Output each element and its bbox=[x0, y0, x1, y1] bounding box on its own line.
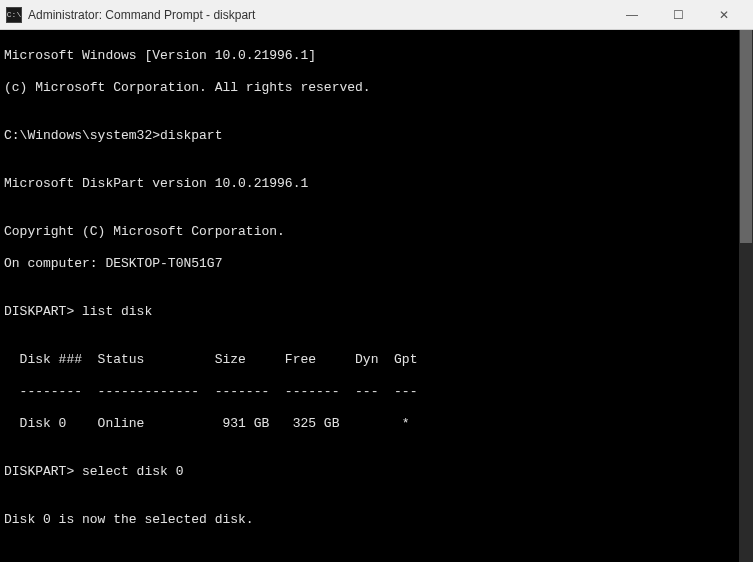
output-line: -------- ------------- ------- ------- -… bbox=[4, 384, 749, 400]
scrollbar[interactable] bbox=[739, 30, 753, 562]
titlebar: C:\ Administrator: Command Prompt - disk… bbox=[0, 0, 753, 30]
close-button[interactable]: ✕ bbox=[701, 0, 747, 30]
window-title: Administrator: Command Prompt - diskpart bbox=[28, 8, 609, 22]
output-line: Disk 0 Online 931 GB 325 GB * bbox=[4, 416, 749, 432]
output-line: Copyright (C) Microsoft Corporation. bbox=[4, 224, 749, 240]
output-line: C:\Windows\system32>diskpart bbox=[4, 128, 749, 144]
scrollbar-thumb[interactable] bbox=[740, 30, 752, 243]
output-line: Microsoft DiskPart version 10.0.21996.1 bbox=[4, 176, 749, 192]
output-line: Disk 0 is now the selected disk. bbox=[4, 512, 749, 528]
window-controls: — ☐ ✕ bbox=[609, 0, 747, 30]
output-line: On computer: DESKTOP-T0N51G7 bbox=[4, 256, 749, 272]
cmd-icon: C:\ bbox=[6, 7, 22, 23]
output-line: (c) Microsoft Corporation. All rights re… bbox=[4, 80, 749, 96]
minimize-button[interactable]: — bbox=[609, 0, 655, 30]
output-line: Disk ### Status Size Free Dyn Gpt bbox=[4, 352, 749, 368]
output-line: DISKPART> list disk bbox=[4, 304, 749, 320]
maximize-button[interactable]: ☐ bbox=[655, 0, 701, 30]
terminal-output[interactable]: Microsoft Windows [Version 10.0.21996.1]… bbox=[0, 30, 753, 562]
output-line: DISKPART> select disk 0 bbox=[4, 464, 749, 480]
output-line: Microsoft Windows [Version 10.0.21996.1] bbox=[4, 48, 749, 64]
